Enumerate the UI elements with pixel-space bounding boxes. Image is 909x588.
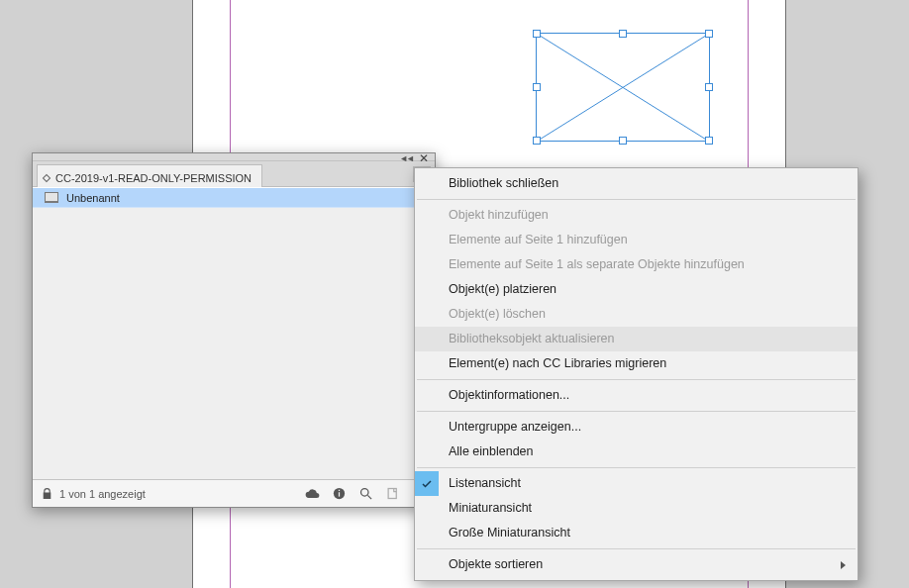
menu-item-label: Bibliotheksobjekt aktualisieren	[449, 331, 614, 347]
resize-handle-icon[interactable]	[533, 137, 541, 145]
menu-item[interactable]: Große Miniaturansicht	[415, 521, 858, 545]
menu-item: Elemente auf Seite 1 hinzufügen	[415, 228, 858, 252]
menu-item-label: Objekt(e) löschen	[449, 306, 546, 323]
panel-status: 1 von 1 angezeigt	[41, 487, 297, 500]
menu-item-label: Objekte sortieren	[449, 556, 543, 573]
menu-item[interactable]: Objekte sortieren	[415, 552, 858, 577]
svg-rect-3	[339, 492, 340, 496]
menu-separator	[417, 411, 856, 412]
check-icon	[415, 471, 439, 496]
svg-rect-4	[339, 490, 340, 491]
menu-item: Bibliotheksobjekt aktualisieren	[415, 327, 858, 351]
resize-handle-icon[interactable]	[705, 137, 713, 145]
menu-item-label: Objektinformationen...	[449, 387, 569, 404]
menu-item: Elemente auf Seite 1 als separate Objekt…	[415, 252, 858, 277]
menu-item[interactable]: Objektinformationen...	[415, 383, 858, 408]
menu-item-label: Untergruppe anzeigen...	[449, 419, 581, 436]
cloud-sync-icon[interactable]	[305, 486, 320, 501]
svg-rect-7	[388, 489, 396, 499]
library-list[interactable]: Unbenannt	[33, 187, 435, 479]
panel-tab-bar: CC-2019-v1-READ-ONLY-PERMISSION	[33, 161, 435, 187]
menu-item-label: Miniaturansicht	[449, 500, 532, 517]
resize-handle-icon[interactable]	[705, 30, 713, 38]
menu-item[interactable]: Bibliothek schließen	[415, 171, 858, 196]
panel-tab[interactable]: CC-2019-v1-READ-ONLY-PERMISSION	[37, 164, 262, 187]
status-text: 1 von 1 angezeigt	[59, 488, 146, 500]
search-icon[interactable]	[358, 486, 373, 501]
resize-handle-icon[interactable]	[619, 137, 627, 145]
menu-item-label: Elemente auf Seite 1 hinzufügen	[449, 232, 628, 248]
library-panel: ◄◄ ✕ CC-2019-v1-READ-ONLY-PERMISSION Unb…	[32, 152, 436, 508]
menu-item[interactable]: Element(e) nach CC Libraries migrieren	[415, 351, 858, 376]
resize-handle-icon[interactable]	[705, 83, 713, 91]
selected-frame[interactable]	[536, 33, 710, 142]
new-item-icon[interactable]	[385, 486, 400, 501]
panel-tab-label: CC-2019-v1-READ-ONLY-PERMISSION	[55, 172, 252, 184]
menu-separator	[417, 467, 856, 468]
panel-footer: 1 von 1 angezeigt	[33, 479, 435, 507]
svg-point-5	[361, 489, 369, 497]
svg-line-6	[367, 495, 371, 499]
library-item-label: Unbenannt	[66, 192, 120, 204]
lock-icon	[41, 487, 53, 500]
submenu-arrow-icon	[841, 561, 846, 569]
menu-separator	[417, 379, 856, 380]
menu-item[interactable]: Objekt(e) platzieren	[415, 277, 858, 302]
menu-item-label: Objekt(e) platzieren	[449, 281, 556, 298]
menu-item-label: Alle einblenden	[449, 443, 534, 460]
menu-item-label: Listenansicht	[449, 475, 521, 492]
menu-item-label: Element(e) nach CC Libraries migrieren	[449, 355, 666, 372]
menu-item-label: Bibliothek schließen	[449, 175, 558, 192]
menu-separator	[417, 199, 856, 200]
library-item[interactable]: Unbenannt	[33, 188, 435, 208]
resize-handle-icon[interactable]	[533, 30, 541, 38]
menu-item-label: Große Miniaturansicht	[449, 525, 570, 541]
menu-separator	[417, 548, 856, 549]
panel-context-menu: Bibliothek schließenObjekt hinzufügenEle…	[414, 167, 858, 581]
menu-item-label: Objekt hinzufügen	[449, 207, 549, 224]
menu-item: Objekt(e) löschen	[415, 302, 858, 327]
info-icon[interactable]	[332, 486, 347, 501]
resize-handle-icon[interactable]	[533, 83, 541, 91]
menu-item-label: Elemente auf Seite 1 als separate Objekt…	[449, 256, 745, 273]
panel-drag-bar[interactable]: ◄◄ ✕	[33, 153, 435, 161]
menu-item[interactable]: Listenansicht	[415, 471, 858, 496]
library-item-thumb-icon	[45, 192, 58, 203]
menu-item[interactable]: Miniaturansicht	[415, 496, 858, 521]
tab-state-icon	[43, 174, 50, 182]
menu-item: Objekt hinzufügen	[415, 203, 858, 228]
menu-item[interactable]: Alle einblenden	[415, 440, 858, 464]
resize-handle-icon[interactable]	[619, 30, 627, 38]
menu-item[interactable]: Untergruppe anzeigen...	[415, 415, 858, 440]
